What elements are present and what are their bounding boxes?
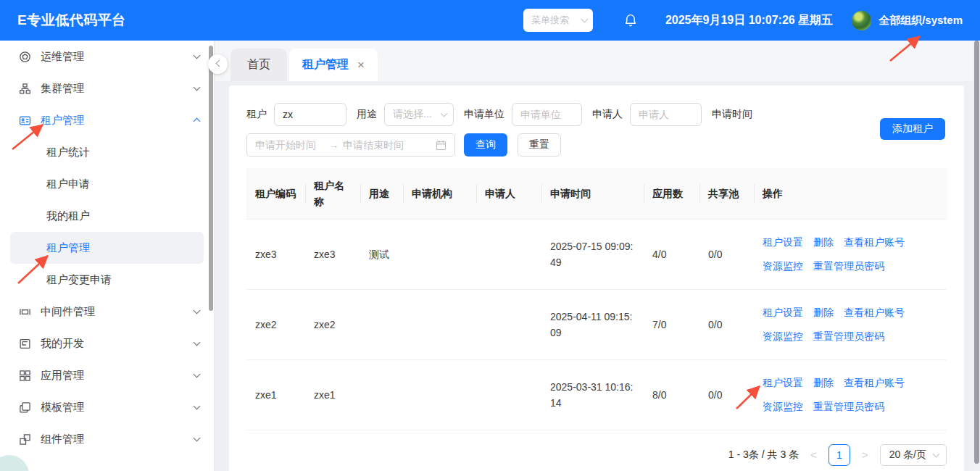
tenant-icon [19, 114, 31, 127]
tab-tenant-management[interactable]: 租户管理 × [289, 49, 378, 81]
column-header-6: 应用数 [644, 168, 699, 219]
tab-home[interactable]: 首页 [231, 49, 287, 81]
sidebar-subitem-2-2[interactable]: 我的租户 [0, 200, 214, 232]
sidebar-subitem-2-1[interactable]: 租户申请 [0, 168, 214, 200]
column-header-1: 租户名称 [305, 168, 360, 219]
cell-name: zxe2 [305, 289, 360, 359]
sidebar-item-ops[interactable]: 运维管理 [0, 41, 214, 72]
action-view-tenant-accounts[interactable]: 查看租户账号 [844, 304, 905, 320]
sidebar-item-app[interactable]: 应用管理 [0, 359, 214, 391]
bell-icon[interactable] [623, 13, 638, 28]
tab-label: 首页 [247, 57, 270, 72]
action-tenant-settings[interactable]: 租户设置 [763, 375, 803, 391]
page-number-button[interactable]: 1 [829, 444, 850, 466]
sidebar-item-tenant[interactable]: 租户管理 [0, 104, 214, 136]
pagination: 1 - 3条 / 共 3 条 < 1 > 20 条/页 [246, 444, 947, 466]
cell-org [403, 289, 476, 359]
cell-pool: 0/0 [699, 289, 754, 359]
org-label: 申请单位 [464, 108, 504, 121]
table-row: zxe3zxe3测试2025-07-15 09:09:494/00/0租户设置删… [246, 219, 947, 289]
column-header-3: 申请机构 [403, 168, 476, 219]
add-tenant-button[interactable]: 添加租户 [880, 118, 945, 140]
filter-row-1: 租户 用途 请选择... 申请单位 申请人 申请时间 [246, 103, 947, 126]
prev-page-icon[interactable]: < [810, 449, 817, 461]
sidebar-subitem-2-3[interactable]: 租户管理 [10, 232, 204, 264]
tab-bar: 首页 租户管理 × [215, 41, 973, 81]
apply-time-range-picker[interactable]: → [246, 133, 455, 157]
cell-apps: 4/0 [644, 219, 699, 289]
window-scrollbar[interactable] [973, 41, 980, 471]
user-org[interactable]: 全部组织/system [879, 14, 963, 28]
action-resource-monitor[interactable]: 资源监控 [763, 258, 803, 274]
next-page-icon[interactable]: > [862, 449, 868, 461]
cell-purpose [360, 359, 403, 430]
cell-pool: 0/0 [699, 219, 754, 289]
action-tenant-settings[interactable]: 租户设置 [763, 234, 803, 250]
action-view-tenant-accounts[interactable]: 查看租户账号 [844, 234, 905, 250]
cell-purpose: 测试 [360, 219, 403, 289]
action-view-tenant-accounts[interactable]: 查看租户账号 [844, 375, 905, 391]
column-header-0: 租户编码 [246, 168, 305, 219]
purpose-select[interactable]: 请选择... [384, 103, 454, 126]
action-reset-admin-password[interactable]: 重置管理员密码 [813, 328, 884, 344]
template-icon [19, 401, 31, 414]
middleware-icon [19, 306, 31, 318]
action-delete[interactable]: 删除 [813, 234, 834, 250]
sidebar-subitem-2-4[interactable]: 租户变更申请 [0, 264, 214, 296]
cluster-icon [19, 83, 31, 95]
close-icon[interactable]: × [357, 58, 365, 72]
column-header-7: 共享池 [699, 168, 754, 219]
column-header-5: 申请时间 [541, 168, 644, 219]
sidebar-item-label: 运维管理 [41, 50, 84, 64]
sidebar-collapse-button[interactable] [208, 54, 228, 74]
action-reset-admin-password[interactable]: 重置管理员密码 [813, 399, 884, 414]
column-header-2: 用途 [360, 168, 403, 219]
action-resource-monitor[interactable]: 资源监控 [763, 328, 803, 344]
sidebar-item-cluster[interactable]: 集群管理 [0, 72, 214, 104]
header-datetime: 2025年9月19日 10:07:26 星期五 [665, 13, 833, 28]
cell-apps: 8/0 [644, 359, 699, 430]
sidebar-item-label: 集群管理 [41, 82, 84, 96]
table-row: zxe1zxe12025-03-31 10:16:148/00/0租户设置删除查… [246, 359, 947, 430]
menu-search-select[interactable]: 菜单搜索 [523, 9, 593, 32]
applicant-input[interactable] [630, 103, 702, 126]
sidebar-item-middleware[interactable]: 中间件管理 [0, 296, 214, 328]
action-delete[interactable]: 删除 [813, 304, 834, 320]
org-input[interactable] [512, 103, 582, 126]
action-delete[interactable]: 删除 [813, 375, 834, 391]
avatar[interactable] [852, 11, 871, 30]
action-reset-admin-password[interactable]: 重置管理员密码 [813, 258, 884, 274]
sidebar-item-component[interactable]: 组件管理 [0, 423, 214, 455]
tenant-input[interactable] [274, 103, 346, 126]
cell-code: zxe1 [246, 359, 305, 430]
chevron-down-icon [933, 450, 940, 457]
action-tenant-settings[interactable]: 租户设置 [763, 304, 803, 320]
window-scrollbar-thumb[interactable] [974, 41, 979, 464]
component-icon [19, 433, 31, 446]
tab-label: 租户管理 [302, 57, 349, 72]
date-end-input[interactable] [343, 139, 412, 151]
chevron-down-icon [194, 435, 201, 442]
content-card: 租户 用途 请选择... 申请单位 申请人 申请时间 [229, 86, 964, 471]
sidebar-item-template[interactable]: 模板管理 [0, 391, 214, 423]
cell-code: zxe3 [246, 219, 305, 289]
page-size-select[interactable]: 20 条/页 [880, 444, 947, 466]
sidebar-item-label: 应用管理 [41, 369, 84, 383]
sidebar-scrollbar[interactable] [209, 46, 213, 311]
main-area: 首页 租户管理 × 租户 用途 请选择... 申请单位 [215, 41, 973, 471]
search-button[interactable]: 查询 [464, 133, 507, 157]
date-start-input[interactable] [255, 139, 325, 151]
column-header-4: 申请人 [476, 168, 541, 219]
sidebar-item-dev[interactable]: 我的开发 [0, 328, 214, 359]
chevron-down-icon [194, 52, 201, 59]
ops-icon [19, 51, 31, 63]
reset-button[interactable]: 重置 [518, 133, 561, 157]
table-row: zxe2zxe22025-04-11 09:15:097/00/0租户设置删除查… [246, 289, 947, 359]
cell-actions: 租户设置删除查看租户账号资源监控重置管理员密码 [754, 289, 947, 359]
action-resource-monitor[interactable]: 资源监控 [763, 399, 803, 414]
sidebar-subitem-2-0[interactable]: 租户统计 [0, 136, 214, 168]
chevron-down-icon [194, 403, 201, 410]
page-size-value: 20 条/页 [889, 449, 926, 462]
chevron-down-icon [194, 84, 201, 91]
chevron-down-icon [581, 16, 588, 23]
